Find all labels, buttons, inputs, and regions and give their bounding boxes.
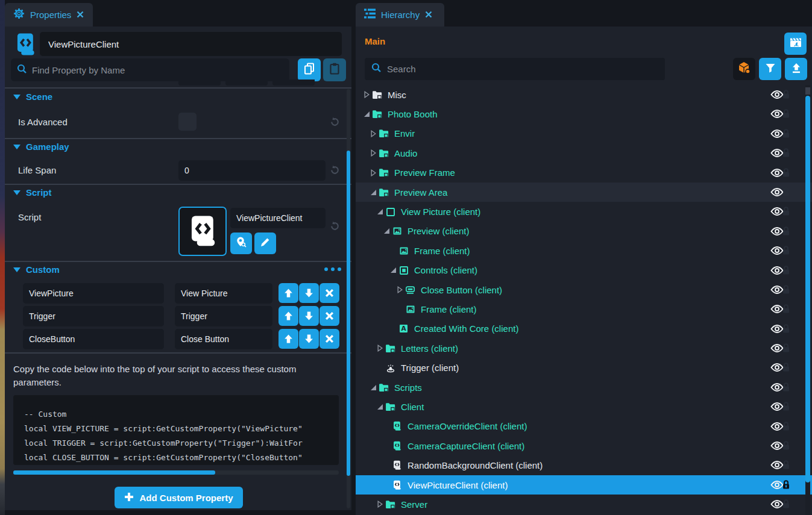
tree-row[interactable]: Envir (356, 124, 812, 143)
lock-toggle[interactable] (782, 440, 790, 451)
tree-row[interactable]: Photo Booth (356, 104, 812, 123)
collapse-arrow-icon[interactable] (368, 384, 378, 391)
expand-arrow-icon[interactable] (368, 169, 378, 176)
more-options-icon[interactable] (324, 267, 341, 271)
lock-toggle[interactable] (782, 343, 790, 353)
properties-scrollbar[interactable] (347, 89, 350, 508)
tree-row[interactable]: Preview Frame (356, 163, 812, 183)
move-up-button[interactable] (279, 306, 298, 326)
expand-arrow-icon[interactable] (362, 91, 371, 98)
properties-scrollbar-thumb[interactable] (347, 151, 350, 476)
lock-toggle[interactable] (782, 108, 790, 119)
lock-toggle[interactable] (782, 89, 790, 99)
lock-toggle[interactable] (782, 304, 790, 314)
tree-row[interactable]: CameraCaptureClient (client) (356, 436, 812, 455)
tree-row[interactable]: Preview Area (356, 183, 812, 202)
lock-toggle[interactable] (782, 128, 790, 139)
lock-toggle[interactable] (782, 421, 790, 431)
expand-arrow-icon[interactable] (375, 345, 385, 352)
custom-property-value[interactable]: View Picture (175, 283, 272, 304)
tree-row[interactable]: Letters (client) (356, 339, 812, 358)
tree-row[interactable]: Trigger (client) (356, 358, 812, 377)
delete-button[interactable] (319, 329, 339, 349)
reset-icon[interactable] (329, 116, 341, 128)
expand-arrow-icon[interactable] (395, 286, 404, 293)
tree-row[interactable]: Server (356, 495, 812, 514)
section-gameplay[interactable]: Gameplay (13, 142, 69, 152)
hierarchy-search-input[interactable] (387, 64, 658, 74)
lock-toggle[interactable] (782, 499, 790, 509)
tree-row[interactable]: Controls (client) (356, 261, 812, 280)
collapse-arrow-icon[interactable] (362, 111, 371, 118)
is-advanced-checkbox[interactable] (178, 113, 197, 131)
lock-toggle[interactable] (782, 148, 790, 158)
tree-row[interactable]: RandomBackgroundClient (client) (356, 455, 812, 475)
tree-row[interactable]: Scripts (356, 378, 812, 397)
tree-row[interactable]: Frame (client) (356, 299, 812, 319)
life-span-input[interactable] (178, 160, 326, 181)
tab-properties[interactable]: Properties (5, 3, 93, 27)
paste-properties-button[interactable] (323, 58, 346, 81)
hierarchy-search-box[interactable] (365, 58, 665, 80)
collapse-arrow-icon[interactable] (368, 189, 378, 196)
collapse-arrow-icon[interactable] (382, 228, 391, 235)
copy-properties-button[interactable] (298, 58, 321, 81)
asset-filter-button[interactable] (733, 58, 755, 80)
tree-row[interactable]: ACreated With Core (client) (356, 319, 812, 339)
upload-button[interactable] (785, 58, 807, 80)
lock-toggle[interactable] (782, 323, 790, 334)
collapse-arrow-icon[interactable] (375, 208, 385, 216)
tree-row[interactable]: Misc (356, 85, 812, 104)
section-custom[interactable]: Custom (13, 264, 60, 275)
edit-script-button[interactable] (254, 233, 276, 254)
tab-hierarchy[interactable]: Hierarchy (356, 3, 444, 27)
lock-toggle[interactable] (782, 226, 790, 236)
move-up-button[interactable] (279, 283, 298, 303)
lock-toggle[interactable] (782, 479, 790, 490)
tree-row[interactable]: ViewPictureClient (client) (356, 475, 812, 495)
property-search-box[interactable] (11, 58, 289, 81)
object-name-field[interactable] (40, 32, 342, 56)
custom-property-name[interactable]: CloseButton (23, 329, 164, 349)
delete-button[interactable] (319, 306, 339, 326)
tree-row[interactable]: View Picture (client) (356, 202, 812, 221)
tree-row[interactable]: Preview (client) (356, 222, 812, 241)
publish-button[interactable] (784, 33, 807, 55)
reset-icon[interactable] (329, 220, 341, 233)
lock-toggle[interactable] (782, 362, 790, 372)
collapse-arrow-icon[interactable] (375, 403, 385, 410)
delete-button[interactable] (319, 283, 339, 303)
move-down-button[interactable] (299, 306, 319, 326)
expand-arrow-icon[interactable] (368, 130, 378, 137)
move-down-button[interactable] (299, 329, 319, 349)
expand-arrow-icon[interactable] (375, 501, 385, 508)
tree-row[interactable]: Audio (356, 143, 812, 163)
reset-icon[interactable] (329, 164, 341, 176)
lock-toggle[interactable] (782, 265, 790, 275)
filter-button[interactable] (759, 58, 781, 80)
tree-row[interactable]: Close Button (client) (356, 280, 812, 299)
lock-toggle[interactable] (782, 284, 790, 295)
custom-property-value[interactable]: Close Button (175, 329, 272, 349)
property-search-input[interactable] (32, 65, 283, 75)
tree-row[interactable]: Client (356, 397, 812, 416)
custom-property-name[interactable]: ViewPicture (23, 283, 164, 304)
collapse-arrow-icon[interactable] (388, 267, 398, 274)
custom-property-name[interactable]: Trigger (23, 306, 164, 326)
custom-property-value[interactable]: Trigger (175, 306, 272, 326)
hierarchy-scrollbar-thumb[interactable] (805, 96, 810, 482)
horizontal-scrollbar-thumb[interactable] (13, 470, 215, 475)
lock-toggle[interactable] (782, 187, 790, 197)
lock-toggle[interactable] (782, 460, 790, 470)
move-up-button[interactable] (279, 329, 298, 349)
section-script[interactable]: Script (13, 187, 52, 198)
expand-arrow-icon[interactable] (368, 149, 378, 157)
lock-toggle[interactable] (782, 382, 790, 392)
section-scene[interactable]: Scene (13, 92, 52, 102)
lock-toggle[interactable] (782, 167, 790, 178)
horizontal-scrollbar[interactable] (13, 470, 339, 475)
tree-row[interactable]: CameraOverrideClient (client) (356, 417, 812, 436)
tree-row[interactable]: Frame (client) (356, 241, 812, 260)
find-script-button[interactable] (230, 233, 252, 254)
move-down-button[interactable] (299, 283, 319, 303)
